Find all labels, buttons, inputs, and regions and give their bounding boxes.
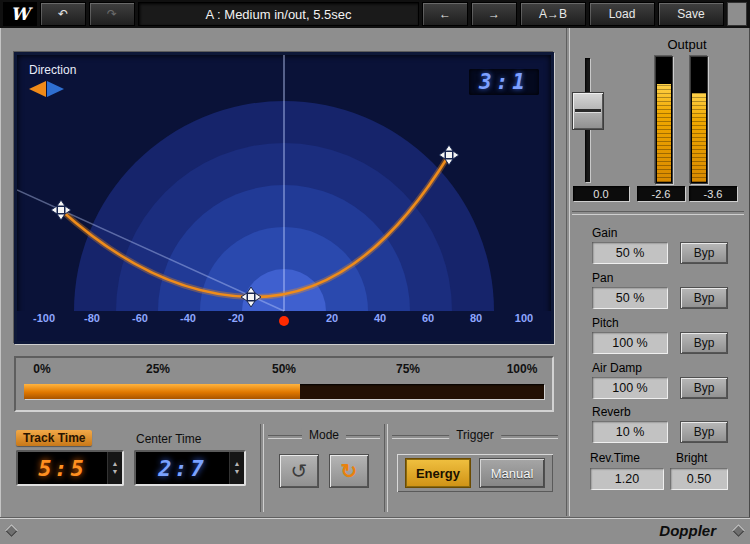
meter-left-fill xyxy=(657,84,671,182)
track-time-display[interactable]: 5:5 ▲ ▼ xyxy=(16,450,124,486)
param-byp-reverb[interactable]: Byp xyxy=(680,421,728,443)
doppler-plugin-window: W ↶ ↷ A : Medium in/out, 5.5sec ← → A→B … xyxy=(0,0,750,544)
scope-area: -100 -80 -60 -40 -20 20 40 60 80 100 Dir… xyxy=(17,55,551,341)
output-label: Output xyxy=(637,37,737,52)
meter-right-fill xyxy=(692,93,706,182)
progress-tick-label: 100% xyxy=(507,362,538,376)
param-label-reverb: Reverb xyxy=(592,405,631,419)
param-value-airdamp[interactable]: 100 % xyxy=(592,377,668,399)
axis-label: 100 xyxy=(515,312,533,324)
meter-left-value-display: -2.6 xyxy=(637,186,685,201)
progress-tick-label: 25% xyxy=(146,362,170,376)
trigger-energy-button[interactable]: Energy xyxy=(405,458,471,488)
param-value-pitch[interactable]: 100 % xyxy=(592,332,668,354)
axis-label: -100 xyxy=(33,312,55,324)
progress-bar[interactable] xyxy=(24,384,544,399)
toolbar: W ↶ ↷ A : Medium in/out, 5.5sec ← → A→B … xyxy=(0,0,750,28)
save-button[interactable]: Save xyxy=(658,2,724,26)
direction-right-arrow-icon[interactable] xyxy=(47,81,64,97)
track-time-stepper[interactable]: ▲ ▼ xyxy=(107,452,122,484)
time-section: Track Time 5:5 ▲ ▼ Center Time 2:7 ▲ ▼ xyxy=(10,426,256,510)
param-value-reverb[interactable]: 10 % xyxy=(592,421,668,443)
axis-label: 80 xyxy=(470,312,482,324)
divider xyxy=(572,211,744,215)
toolbar-end-cap xyxy=(727,2,747,26)
status-bar: Doppler xyxy=(0,517,750,544)
progress-fill xyxy=(24,384,300,399)
progress-tick-label: 50% xyxy=(272,362,296,376)
progress-tick-label: 75% xyxy=(396,362,420,376)
param-label-pitch: Pitch xyxy=(592,316,619,330)
param-byp-gain[interactable]: Byp xyxy=(680,242,728,264)
bright-value[interactable]: 0.50 xyxy=(670,468,728,490)
listener-dot[interactable] xyxy=(279,316,289,326)
redo-button[interactable]: ↷ xyxy=(89,2,135,26)
axis-label: -60 xyxy=(132,312,148,324)
stepper-up-icon[interactable]: ▲ xyxy=(112,460,119,468)
direction-toggle[interactable] xyxy=(29,81,64,97)
mode-once-button[interactable]: ↺ xyxy=(279,454,319,488)
divider xyxy=(384,424,388,512)
axis-label: -20 xyxy=(228,312,244,324)
bright-label: Bright xyxy=(676,451,707,465)
param-byp-pitch[interactable]: Byp xyxy=(680,332,728,354)
stepper-up-icon[interactable]: ▲ xyxy=(234,460,241,468)
mode-group: Mode ↺ ↻ xyxy=(268,428,380,510)
trigger-manual-button[interactable]: Manual xyxy=(479,458,545,488)
trigger-group: Trigger Energy Manual xyxy=(392,428,558,510)
center-time-value: 2:7 xyxy=(136,456,229,481)
a-to-b-button[interactable]: A→B xyxy=(520,2,586,26)
progress-panel: 0% 25% 50% 75% 100% xyxy=(14,356,554,412)
meter-right-value-display: -3.6 xyxy=(689,186,737,201)
axis-label: 20 xyxy=(326,312,338,324)
output-meter-left xyxy=(655,56,673,184)
param-label-airdamp: Air Damp xyxy=(592,361,642,375)
axis-label: 40 xyxy=(374,312,386,324)
stepper-down-icon[interactable]: ▼ xyxy=(112,468,119,476)
preset-display[interactable]: A : Medium in/out, 5.5sec xyxy=(138,2,419,26)
axis-label: 60 xyxy=(422,312,434,324)
param-label-pan: Pan xyxy=(592,271,613,285)
progress-tick-label: 0% xyxy=(33,362,50,376)
panel-divider xyxy=(566,28,570,516)
output-fader-thumb[interactable] xyxy=(572,92,604,130)
param-value-gain[interactable]: 50 % xyxy=(592,242,668,264)
direction-label: Direction xyxy=(29,63,76,77)
ratio-counter-display: 3:1 xyxy=(469,69,539,95)
axis-label: -40 xyxy=(180,312,196,324)
resize-handle-left-icon[interactable] xyxy=(5,524,18,537)
param-label-gain: Gain xyxy=(592,226,617,240)
axis-label: -80 xyxy=(84,312,100,324)
param-byp-airdamp[interactable]: Byp xyxy=(680,377,728,399)
undo-button[interactable]: ↶ xyxy=(40,2,86,26)
resize-handle-right-icon[interactable] xyxy=(732,524,745,537)
divider xyxy=(260,424,264,512)
loop-once-icon: ↺ xyxy=(291,459,308,483)
loop-repeat-icon: ↻ xyxy=(341,459,358,483)
track-time-label: Track Time xyxy=(16,430,92,446)
trigger-group-label: Trigger xyxy=(449,428,501,442)
path-curve-glow xyxy=(61,155,449,297)
waves-logo-icon: W xyxy=(3,2,37,26)
revtime-value[interactable]: 1.20 xyxy=(590,468,664,490)
doppler-path-display[interactable]: -100 -80 -60 -40 -20 20 40 60 80 100 Dir… xyxy=(14,52,554,344)
prev-preset-button[interactable]: ← xyxy=(422,2,468,26)
revtime-label: Rev.Time xyxy=(590,451,640,465)
load-button[interactable]: Load xyxy=(589,2,655,26)
direction-left-arrow-icon[interactable] xyxy=(29,81,46,97)
mode-loop-button[interactable]: ↻ xyxy=(329,454,369,488)
trigger-button-pair: Energy Manual xyxy=(397,454,553,492)
path-overlay xyxy=(17,55,551,341)
next-preset-button[interactable]: → xyxy=(471,2,517,26)
path-curve xyxy=(61,155,449,297)
output-meter-right xyxy=(690,56,708,184)
path-handle-mid[interactable] xyxy=(241,287,261,307)
track-time-value: 5:5 xyxy=(18,456,107,481)
param-byp-pan[interactable]: Byp xyxy=(680,287,728,309)
param-value-pan[interactable]: 50 % xyxy=(592,287,668,309)
center-time-display[interactable]: 2:7 ▲ ▼ xyxy=(134,450,246,486)
stepper-down-icon[interactable]: ▼ xyxy=(234,468,241,476)
mode-group-label: Mode xyxy=(302,428,346,442)
center-time-label: Center Time xyxy=(136,432,201,446)
center-time-stepper[interactable]: ▲ ▼ xyxy=(229,452,244,484)
